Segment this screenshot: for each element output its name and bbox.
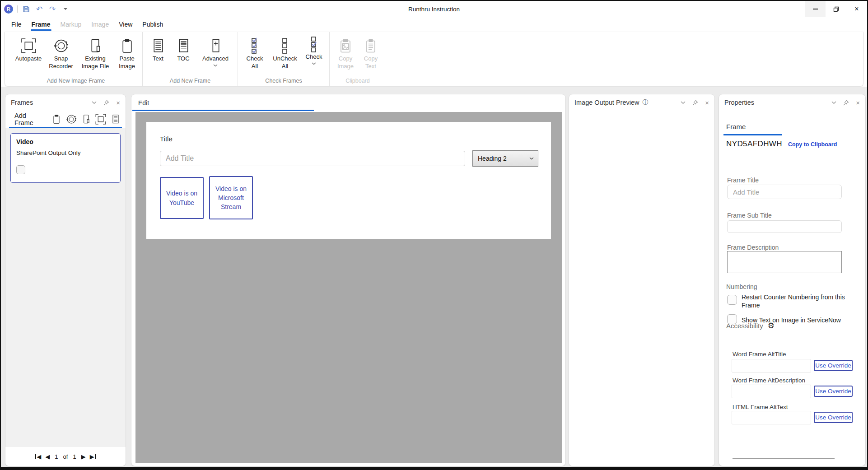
- frame-sub-title-field-input[interactable]: [727, 220, 842, 233]
- frames-panel-title: Frames: [11, 99, 33, 106]
- copy-text-icon: [363, 37, 379, 54]
- image-output-preview-panel: Image Output Preview ⓘ ×: [569, 94, 714, 466]
- chevron-down-icon: [529, 157, 534, 160]
- pin-icon[interactable]: [103, 100, 109, 106]
- add-frame-label: Add Frame: [14, 112, 44, 126]
- add-autopaste-frame-button[interactable]: [95, 112, 107, 126]
- frame-description-field-label: Frame Description: [727, 244, 779, 251]
- chevron-down-icon[interactable]: [681, 101, 686, 104]
- menu-publish[interactable]: Publish: [137, 17, 168, 32]
- button-label: Snap Recorder: [47, 55, 75, 70]
- pin-icon[interactable]: [843, 100, 849, 106]
- add-image-file-frame-button[interactable]: [80, 112, 93, 126]
- menu-frame[interactable]: Frame: [27, 17, 56, 32]
- menu-view[interactable]: View: [114, 17, 137, 32]
- button-label: Existing Image File: [79, 55, 112, 70]
- close-icon: ×: [854, 5, 859, 13]
- button-label: Text: [153, 55, 163, 63]
- button-label: Copy Image: [335, 55, 356, 70]
- word-frame-alttitle-input[interactable]: [732, 359, 811, 372]
- properties-panel-title: Properties: [724, 99, 754, 106]
- last-page-button[interactable]: ▶: [90, 453, 96, 460]
- snap-recorder-button[interactable]: Snap Recorder: [47, 34, 75, 70]
- autopaste-icon: [95, 113, 107, 125]
- edit-panel: Edit Title Heading 2 Video is on YouTube…: [131, 94, 565, 466]
- text-frame-button[interactable]: Text: [149, 34, 167, 63]
- ribbon-group-clipboard: Copy Image Copy Text Clipboard: [329, 32, 386, 86]
- edit-tab-bar: Edit: [131, 94, 565, 111]
- previous-page-button[interactable]: ◀: [45, 453, 50, 460]
- accessibility-section: Accessibility ⚙: [726, 321, 775, 330]
- undo-button[interactable]: ↶: [35, 4, 44, 14]
- save-icon: [23, 5, 30, 13]
- close-button[interactable]: ×: [846, 1, 867, 17]
- frame-title-label: Title: [160, 135, 173, 143]
- add-text-frame-button[interactable]: [109, 112, 122, 126]
- redo-button[interactable]: ↷: [48, 4, 57, 14]
- frame-card-video[interactable]: Video SharePoint Output Only: [10, 133, 121, 183]
- altdescription-use-override-button[interactable]: Use Override: [814, 386, 853, 397]
- frames-pagination: ◀ ◀ 1 of 1 ▶ ▶: [5, 447, 126, 466]
- autopaste-button[interactable]: Autopaste: [14, 34, 43, 63]
- restore-button[interactable]: [826, 1, 846, 17]
- paste-image-icon: [51, 113, 62, 125]
- frames-list: Video SharePoint Output Only: [5, 128, 126, 447]
- chevron-down-icon: [64, 8, 67, 10]
- menu-file[interactable]: File: [6, 17, 27, 32]
- first-page-button[interactable]: ◀: [35, 453, 42, 460]
- heading-select-value: Heading 2: [478, 155, 507, 162]
- redo-icon: ↷: [49, 5, 56, 13]
- alttitle-use-override-button[interactable]: Use Override: [814, 360, 853, 371]
- minimize-button[interactable]: [805, 1, 826, 17]
- close-icon[interactable]: ×: [856, 99, 860, 106]
- close-icon[interactable]: ×: [116, 99, 120, 106]
- ribbon-group-label: Clipboard: [335, 76, 380, 86]
- paste-image-button[interactable]: Paste Image: [116, 34, 138, 70]
- page-separator: of: [63, 453, 68, 460]
- add-paste-frame-button[interactable]: [50, 112, 63, 126]
- frame-sub-title-field-label: Frame Sub Title: [727, 212, 772, 219]
- title-bar: R ↶ ↷ Runthru Instruction: [1, 1, 867, 17]
- prev-icon: ◀: [37, 453, 41, 460]
- frame-card-checkbox[interactable]: [16, 165, 25, 174]
- check-all-icon: [247, 37, 262, 55]
- check-button[interactable]: Check: [304, 34, 324, 65]
- save-button[interactable]: [22, 4, 31, 14]
- autopaste-icon: [20, 37, 37, 54]
- frame-title-input[interactable]: [160, 151, 465, 166]
- chevron-down-icon[interactable]: [831, 101, 836, 104]
- uncheck-all-button[interactable]: UnCheck All: [271, 34, 299, 70]
- quick-access-more-button[interactable]: [61, 4, 70, 14]
- frame-description-textarea[interactable]: [727, 251, 842, 273]
- next-page-button[interactable]: ▶: [81, 453, 86, 460]
- advanced-frame-button[interactable]: Advanced: [200, 34, 231, 67]
- button-label: Check All: [245, 55, 265, 70]
- restart-counter-checkbox[interactable]: [727, 295, 737, 305]
- copy-to-clipboard-link[interactable]: Copy to Clipboard: [788, 141, 837, 148]
- gear-icon[interactable]: ⚙: [768, 321, 775, 330]
- button-label: Copy Text: [361, 55, 380, 70]
- add-snap-recorder-frame-button[interactable]: [65, 112, 78, 126]
- toc-button[interactable]: TOC: [174, 34, 192, 63]
- pin-icon[interactable]: [692, 100, 698, 106]
- alttext-use-override-button[interactable]: Use Override: [814, 412, 853, 423]
- html-frame-alttext-input[interactable]: [732, 411, 811, 424]
- total-pages: 1: [72, 453, 77, 460]
- text-frame-icon: [150, 37, 167, 54]
- existing-image-file-button[interactable]: Existing Image File: [79, 34, 112, 70]
- uncheck-all-icon: [277, 37, 293, 55]
- word-frame-altdescription-input[interactable]: [732, 385, 811, 398]
- current-page: 1: [54, 453, 59, 460]
- info-icon[interactable]: ⓘ: [642, 98, 648, 107]
- heading-select[interactable]: Heading 2: [472, 150, 538, 167]
- frame-title-field-input[interactable]: [727, 185, 842, 199]
- check-all-button[interactable]: Check All: [243, 34, 266, 70]
- ribbon-group-label: Add New Image Frame: [14, 76, 138, 86]
- close-icon[interactable]: ×: [705, 99, 709, 106]
- video-youtube-button[interactable]: Video is on YouTube: [160, 177, 204, 219]
- tab-frame-properties[interactable]: Frame: [726, 123, 746, 130]
- video-microsoft-stream-button[interactable]: Video is on Microsoft Stream: [209, 176, 253, 219]
- tab-edit[interactable]: Edit: [138, 99, 149, 107]
- properties-body: Frame NYD5AFDHWH Copy to Clipboard Frame…: [719, 111, 865, 466]
- chevron-down-icon[interactable]: [92, 101, 97, 104]
